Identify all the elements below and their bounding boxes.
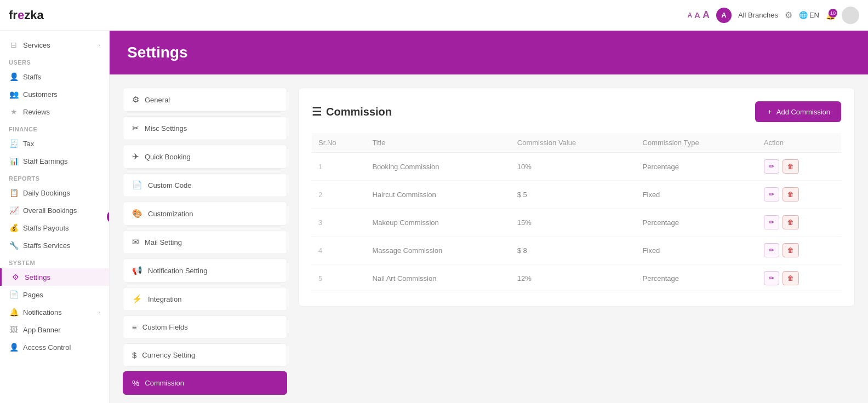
delete-button[interactable]: 🗑 — [783, 159, 799, 174]
settings-menu-general[interactable]: ⚙ General — [123, 88, 287, 112]
title-cell: Massage Commission — [366, 237, 510, 264]
sidebar-item-label: Tax — [23, 140, 34, 148]
table-row: 3 Makeup Commission 15% Percentage ✏ 🗑 — [312, 209, 841, 237]
add-commission-label: Add Commission — [776, 108, 830, 116]
edit-button[interactable]: ✏ — [764, 243, 779, 257]
font-medium-btn[interactable]: A — [694, 10, 700, 20]
notification-setting-icon: 📢 — [132, 266, 142, 275]
sidebar-item-settings[interactable]: ⚙ Settings — [0, 268, 109, 286]
settings-menu-mail[interactable]: ✉ Mail Setting — [123, 230, 287, 254]
table-row: 1 Booking Commission 10% Percentage ✏ 🗑 — [312, 153, 841, 181]
settings-menu-customization[interactable]: 🎨 Customization — [123, 202, 287, 226]
value-cell: 15% — [511, 209, 636, 237]
staffs-payouts-icon: 💰 — [9, 223, 19, 232]
reviews-icon: ★ — [9, 107, 19, 116]
delete-button[interactable]: 🗑 — [783, 243, 799, 257]
font-small-btn[interactable]: A — [687, 11, 692, 19]
settings-menu-commission[interactable]: % Commission — [123, 371, 287, 395]
action-cell: ✏ 🗑 — [757, 237, 841, 264]
edit-button[interactable]: ✏ — [764, 271, 779, 285]
title-cell: Nail Art Commission — [366, 264, 510, 292]
value-cell: 12% — [511, 264, 636, 292]
edit-button[interactable]: ✏ — [764, 215, 779, 229]
chevron-right-icon: › — [98, 309, 100, 315]
sidebar-item-customers[interactable]: 👥 Customers — [0, 85, 109, 103]
custom-code-icon: 📄 — [132, 180, 142, 190]
sidebar-item-staffs[interactable]: 👤 Staffs — [0, 68, 109, 85]
delete-button[interactable]: 🗑 — [783, 271, 799, 285]
value-cell: $ 5 — [511, 181, 636, 209]
page-header: Settings — [110, 31, 868, 74]
sidebar-item-staffs-services[interactable]: 🔧 Staffs Services — [0, 237, 109, 254]
sidebar-item-staffs-payouts[interactable]: 💰 Staffs Payouts — [0, 219, 109, 237]
delete-button[interactable]: 🗑 — [783, 215, 799, 229]
title-cell: Booking Commission — [366, 153, 510, 181]
staffs-services-icon: 🔧 — [9, 241, 19, 250]
sidebar-item-label: Staff Earnings — [23, 157, 67, 165]
settings-menu-misc[interactable]: ✂ Misc Settings — [123, 116, 287, 140]
settings-menu-notification[interactable]: 📢 Notification Setting — [123, 258, 287, 283]
action-cell: ✏ 🗑 — [757, 181, 841, 209]
type-cell: Fixed — [636, 181, 757, 209]
custom-fields-icon: ≡ — [132, 323, 137, 332]
edit-button[interactable]: ✏ — [764, 159, 779, 174]
nav-right: A A A A All Branches ⚙ 🌐 EN 🔔 10 — [687, 7, 859, 24]
sidebar-item-label: Staffs Services — [23, 241, 70, 250]
settings-menu-custom-code[interactable]: 📄 Custom Code — [123, 173, 287, 197]
sidebar-item-reviews[interactable]: ★ Reviews — [0, 103, 109, 120]
settings-menu-label: Misc Settings — [145, 124, 187, 133]
settings-nav-icon: ⚙ — [10, 273, 20, 281]
commission-table: Sr.No Title Commission Value Commission … — [312, 133, 841, 292]
settings-menu-quick-booking[interactable]: ✈ Quick Booking — [123, 145, 287, 169]
settings-menu-label: Custom Code — [148, 181, 191, 189]
settings-menu-custom-fields[interactable]: ≡ Custom Fields — [123, 315, 287, 339]
page-title: Settings — [127, 44, 850, 61]
col-srno: Sr.No — [312, 133, 366, 153]
sr-no-cell: 4 — [312, 237, 366, 264]
sidebar-item-label: App Banner — [23, 326, 61, 334]
sidebar-item-pages[interactable]: 📄 Pages — [0, 286, 109, 303]
plus-icon: ＋ — [766, 107, 773, 117]
sidebar-item-access-control[interactable]: 👤 Access Control — [0, 338, 109, 356]
table-body: 1 Booking Commission 10% Percentage ✏ 🗑 … — [312, 153, 841, 292]
action-cell: ✏ 🗑 — [757, 264, 841, 292]
settings-sidebar-menu: ⚙ General ✂ Misc Settings ✈ Quick Bookin… — [123, 88, 287, 395]
sidebar-item-overall-bookings[interactable]: 📈 Overall Bookings — [0, 202, 109, 219]
services-icon: ⊟ — [9, 41, 19, 49]
quick-booking-icon: ✈ — [132, 152, 139, 162]
settings-menu-label: General — [145, 96, 170, 104]
sidebar-item-services[interactable]: ⊟ Services › — [0, 36, 109, 54]
sr-no-cell: 2 — [312, 181, 366, 209]
delete-button[interactable]: 🗑 — [783, 187, 799, 202]
sidebar-item-staff-earnings[interactable]: 📊 Staff Earnings — [0, 152, 109, 170]
type-cell: Percentage — [636, 209, 757, 237]
finance-section-label: FINANCE — [0, 120, 109, 135]
sidebar-item-label: Overall Bookings — [23, 206, 77, 215]
settings-icon[interactable]: ⚙ — [785, 10, 792, 20]
commission-title: ☰ Commission — [312, 105, 392, 118]
main-layout: ‹ ⊟ Services › USERS 👤 Staffs 👥 Customer… — [0, 31, 868, 403]
sidebar-item-notifications[interactable]: 🔔 Notifications › — [0, 303, 109, 321]
mail-icon: ✉ — [132, 237, 139, 247]
user-avatar-icon[interactable]: A — [716, 8, 732, 23]
language-selector[interactable]: 🌐 EN — [799, 11, 819, 19]
sidebar-item-daily-bookings[interactable]: 📋 Daily Bookings — [0, 184, 109, 202]
notifications-bell[interactable]: 🔔 10 — [826, 11, 835, 20]
font-large-btn[interactable]: A — [703, 9, 710, 21]
commission-panel: ☰ Commission ＋ Add Commission Sr.No Titl… — [298, 88, 855, 307]
pages-icon: 📄 — [9, 290, 19, 299]
sidebar-item-app-banner[interactable]: 🖼 App Banner — [0, 321, 109, 338]
add-commission-button[interactable]: ＋ Add Commission — [755, 101, 841, 122]
user-profile-avatar[interactable] — [842, 7, 859, 24]
sidebar-item-label: Daily Bookings — [23, 189, 70, 197]
sidebar-item-tax[interactable]: 🧾 Tax — [0, 135, 109, 152]
col-action: Action — [757, 133, 841, 153]
edit-button[interactable]: ✏ — [764, 187, 779, 202]
lang-label: EN — [809, 11, 819, 19]
settings-menu-integration[interactable]: ⚡ Integration — [123, 287, 287, 311]
settings-menu-currency[interactable]: $ Currency Setting — [123, 343, 287, 367]
branch-selector[interactable]: All Branches — [738, 11, 778, 19]
sidebar-item-label: Notifications — [23, 308, 62, 316]
sidebar-item-label: Services — [23, 41, 50, 49]
customization-icon: 🎨 — [132, 209, 142, 218]
